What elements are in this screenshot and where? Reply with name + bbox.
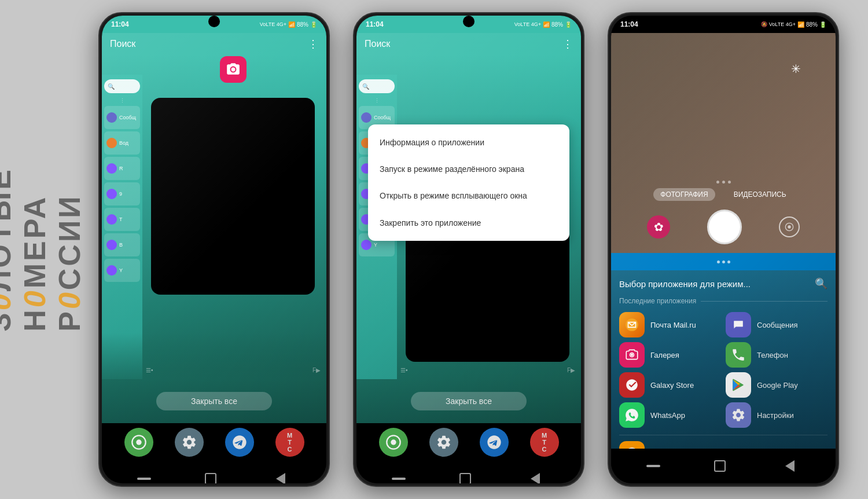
phone1-close-all-button[interactable]: Закрыть все: [156, 392, 272, 410]
gallery-label: Галерея: [650, 351, 679, 359]
phone2-nav-recent-btn[interactable]: [392, 478, 406, 480]
phone1-fade: [102, 333, 326, 379]
phone2-search-mini-icon: 🔍: [362, 83, 369, 90]
phone1-search-bar[interactable]: Поиск ⋮: [102, 33, 326, 55]
watermark: З0ЛОТЫЕН0МЕРАР0ССИИ: [0, 0, 69, 499]
app-grid-item-google-play[interactable]: Google Play: [726, 372, 827, 398]
phone3-app-grid: Почта Mail.ru Сообщения: [611, 307, 836, 432]
app-grid-item-whatsapp[interactable]: WhatsApp: [619, 402, 721, 428]
svg-point-3: [391, 439, 396, 445]
left-mini-3[interactable]: R: [104, 157, 140, 180]
phone3-cursor: ✳: [791, 62, 801, 76]
left-mini-6[interactable]: B: [104, 233, 140, 256]
phone2-star-indicator: ☰•: [400, 367, 408, 373]
phone3-nav-bar: [611, 449, 836, 483]
phone2-menu-icon[interactable]: ⋮: [562, 38, 573, 50]
phone2-page-indicator: F▶: [567, 367, 575, 373]
phone1-close-all-area: Закрыть все: [102, 379, 326, 423]
phone3-nav-home-btn[interactable]: [714, 460, 726, 472]
messages-icon: [726, 312, 751, 337]
phone1-dock-app1[interactable]: [124, 428, 153, 457]
app-grid-item-settings[interactable]: Настройки: [726, 402, 827, 428]
phone3-camera-preview: ✳ ФОТОГРАФИЯ ВИДЕОЗАПИСЬ: [611, 33, 836, 253]
phone2-nav-back-btn[interactable]: [531, 473, 540, 483]
phone3-status-bar: 11:04 🔕 VoLTE 4G+ 📶 88% 🔋: [611, 16, 836, 33]
phone1-dock-telegram[interactable]: [225, 428, 254, 457]
more-app-icon[interactable]: [619, 441, 645, 449]
split-dot-2: [722, 260, 725, 263]
phone1-star-indicator: ☰•: [146, 367, 153, 373]
dot3: [728, 181, 731, 184]
phone2-dock-app1[interactable]: [379, 428, 408, 457]
phone3-more-apps: [611, 438, 836, 449]
phone2-dock-telegram[interactable]: [480, 428, 509, 457]
phone3-app-select-panel: Выбор приложения для режим... 🔍 Последни…: [611, 270, 836, 449]
app-grid-item-galaxy-store[interactable]: Galaxy Store: [619, 372, 721, 398]
phone1-time: 11:04: [111, 20, 129, 28]
phone1-dock-settings[interactable]: [175, 428, 204, 457]
settings-label: Настройки: [757, 411, 794, 420]
search-mini-icon: 🔍: [108, 83, 115, 90]
phone1-app-icon: [220, 56, 247, 83]
left-mini-1[interactable]: Сообщ: [104, 106, 140, 129]
left-mini-2[interactable]: Вод: [104, 131, 140, 155]
app-grid-item-phone[interactable]: Телефон: [726, 342, 827, 368]
phone3-app-select-header: Выбор приложения для режим... 🔍: [611, 270, 836, 295]
camera-shutter-button[interactable]: [707, 210, 742, 244]
phone2-dock-settings[interactable]: [429, 428, 458, 457]
phone1-dock-mts[interactable]: М Т С: [275, 428, 304, 457]
phone2-context-menu: Информация о приложении Запуск в режиме …: [368, 124, 569, 241]
phone1-menu-icon[interactable]: ⋮: [308, 38, 318, 50]
phone-2: 11:04 VoLTE 4G+ 📶 88% 🔋 Поиск ⋮: [353, 12, 584, 487]
phone1-dock: М Т С: [102, 423, 326, 461]
phone2-close-all-area: Закрыть все: [356, 379, 581, 423]
phone1-recent-apps: 🔍 ⋮ Сообщ Вод R: [102, 55, 326, 379]
camera-mode-video[interactable]: ВИДЕОЗАПИСЬ: [727, 188, 793, 201]
phone-label: Телефон: [757, 351, 788, 359]
phone2-dock-mts[interactable]: М Т С: [530, 428, 559, 457]
app-select-search-icon[interactable]: 🔍: [815, 277, 827, 290]
left-mini-4[interactable]: 9: [104, 182, 140, 206]
camera-flower-button[interactable]: ✿: [647, 215, 670, 239]
phone3-nav-back-btn[interactable]: [785, 460, 795, 472]
phone1-left-label: ⋮: [104, 98, 140, 104]
phone3-nav-recent-btn[interactable]: [646, 465, 660, 467]
google-play-label: Google Play: [757, 381, 798, 390]
phone2-nav-home-btn[interactable]: [459, 473, 471, 483]
nav-back-btn[interactable]: [276, 473, 285, 483]
phone2-nav-bar: [356, 461, 581, 483]
phone2-recent-apps: 🔍 ⋮ Сообщ Вод R: [356, 55, 581, 379]
phone2-search-bar[interactable]: Поиск ⋮: [356, 33, 581, 55]
app-grid-item-gallery[interactable]: Галерея: [619, 342, 721, 368]
context-menu-item-split[interactable]: Запуск в режиме разделённого экрана: [368, 156, 569, 182]
gallery-icon: [619, 342, 645, 368]
whatsapp-icon: [619, 402, 645, 428]
left-mini-7[interactable]: Y: [104, 259, 140, 282]
phone2-status-icons: VoLTE 4G+ 📶 88% 🔋: [514, 21, 572, 28]
phone1-search-mini[interactable]: 🔍: [104, 79, 140, 93]
phone1-main-card[interactable]: [151, 67, 315, 295]
phone2-close-all-button[interactable]: Закрыть все: [411, 392, 527, 410]
phone2-left-label: ⋮: [359, 98, 395, 104]
camera-mode-photo[interactable]: ФОТОГРАФИЯ: [653, 188, 715, 201]
nav-home-btn[interactable]: [205, 473, 216, 483]
camera-zoom-button[interactable]: [779, 217, 800, 237]
app-grid-item-mail[interactable]: Почта Mail.ru: [619, 312, 721, 337]
dot2: [722, 181, 725, 184]
nav-recent-btn[interactable]: [137, 478, 151, 480]
messages-label: Сообщения: [757, 321, 798, 329]
context-menu-item-popup[interactable]: Открыть в режиме всплывающего окна: [368, 182, 569, 209]
dot1: [716, 181, 719, 184]
app-grid-item-messages[interactable]: Сообщения: [726, 312, 827, 337]
phone3-screen: 11:04 🔕 VoLTE 4G+ 📶 88% 🔋 ✳: [611, 16, 836, 483]
phone3-split-divider[interactable]: [611, 253, 836, 270]
phone3-camera-mode-tabs: ФОТОГРАФИЯ ВИДЕОЗАПИСЬ: [617, 188, 830, 201]
camera-icon: [226, 62, 241, 77]
context-menu-item-pin[interactable]: Закрепить это приложение: [368, 210, 569, 236]
phone2-search-mini[interactable]: 🔍: [359, 79, 395, 93]
left-mini-5[interactable]: T: [104, 208, 140, 231]
phone3-time: 11:04: [620, 20, 638, 28]
phone2-status-bar: 11:04 VoLTE 4G+ 📶 88% 🔋: [356, 16, 581, 33]
context-menu-item-app-info[interactable]: Информация о приложении: [368, 129, 569, 156]
phone2-camera-notch: [463, 16, 475, 27]
